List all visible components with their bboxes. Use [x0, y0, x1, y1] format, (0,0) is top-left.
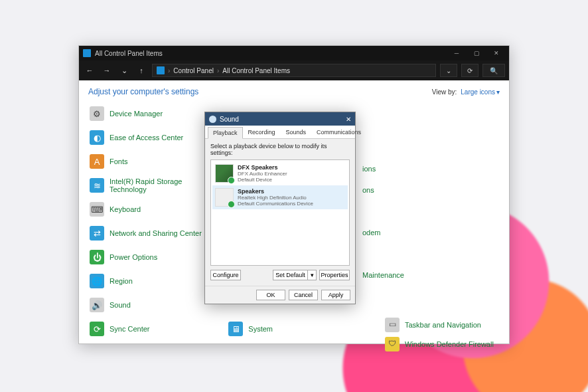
app-icon	[83, 49, 91, 57]
maximize-button[interactable]: ▢	[468, 48, 485, 58]
refresh-button[interactable]: ⟳	[461, 64, 478, 77]
cp-label: Region	[110, 277, 133, 285]
set-default-dropdown[interactable]: ▾	[307, 270, 317, 280]
apply-button[interactable]: Apply	[321, 290, 350, 300]
device-name: Speakers	[238, 188, 313, 195]
cp-item-col3	[366, 223, 500, 244]
tab-communications[interactable]: Communications	[311, 126, 366, 138]
cp-item-col3	[366, 199, 500, 220]
system-icon: 🖥	[228, 322, 243, 336]
forward-button[interactable]: →	[100, 64, 113, 77]
cp-item-fonts[interactable]: AFonts	[88, 151, 222, 172]
back-button[interactable]: ←	[83, 64, 96, 77]
cp-label: System	[248, 325, 273, 333]
cp-label: Fonts	[110, 157, 128, 165]
cp-item-user-accounts[interactable]: 👤User Accounts	[227, 342, 360, 343]
partial-item[interactable]: ions	[362, 165, 376, 173]
sound-dialog: Sound ✕ PlaybackRecordingSoundsCommunica…	[204, 112, 356, 304]
cp-item-intel-rst[interactable]: ≋Intel(R) Rapid Storage Technology	[88, 175, 222, 196]
cp-item-sound-item[interactable]: 🔊Sound	[88, 294, 222, 316]
close-button[interactable]: ✕	[488, 48, 505, 58]
cp-item-ease-of-access[interactable]: ◐Ease of Access Center	[88, 127, 222, 148]
titlebar: All Control Panel Items ─ ▢ ✕	[79, 46, 509, 60]
power-options-icon: ⏻	[90, 250, 104, 264]
check-icon	[228, 177, 235, 184]
dialog-titlebar: Sound ✕	[205, 112, 355, 126]
intel-rst-icon: ≋	[90, 178, 104, 193]
cp-label: Sync Center	[110, 325, 150, 333]
cp-item-col3	[366, 246, 500, 268]
cp-item-col3	[366, 151, 500, 172]
sync-center-icon: ⟳	[90, 322, 104, 336]
ok-button[interactable]: OK	[256, 290, 285, 300]
cp-item-power-options[interactable]: ⏻Power Options	[88, 246, 222, 268]
device-detail: Realtek High Definition Audio	[238, 195, 313, 201]
cp-item-col3	[366, 127, 500, 148]
dialog-tabs: PlaybackRecordingSoundsCommunications	[205, 126, 355, 139]
partial-item[interactable]: 🛡Windows Defender Firewall	[385, 337, 494, 351]
up-button[interactable]: ↑	[135, 64, 148, 77]
partial-item[interactable]: ▭Taskbar and Navigation	[385, 318, 481, 332]
partial-item[interactable]: ons	[362, 186, 374, 194]
sound-icon	[209, 116, 216, 123]
location-icon	[157, 66, 165, 74]
device-icon	[215, 188, 234, 207]
cp-item-system[interactable]: 🖥System	[227, 318, 360, 340]
breadcrumb-2[interactable]: All Control Panel Items	[222, 67, 290, 74]
keyboard-icon: ⌨	[90, 202, 104, 217]
cp-label: Ease of Access Center	[110, 134, 183, 142]
cancel-button[interactable]: Cancel	[289, 290, 318, 300]
configure-button[interactable]: Configure	[210, 270, 241, 280]
viewby-label: View by:	[432, 88, 457, 96]
cp-item-col3	[366, 175, 500, 196]
dialog-instruction: Select a playback device below to modify…	[210, 143, 350, 156]
breadcrumb-1[interactable]: Control Panel	[173, 67, 214, 74]
tab-sounds[interactable]: Sounds	[281, 126, 312, 138]
sound-item-icon: 🔊	[90, 298, 104, 312]
dialog-title: Sound	[220, 116, 239, 123]
address-bar[interactable]: › Control Panel › All Control Panel Item…	[152, 64, 436, 77]
device-manager-icon: ⚙	[90, 106, 104, 121]
cp-item-region[interactable]: 🌐Region	[88, 270, 222, 292]
cp-label: Device Manager	[110, 110, 163, 118]
cp-label: Power Options	[110, 253, 157, 261]
cp-label: Sound	[110, 301, 131, 309]
cp-item-troubleshooting[interactable]: 🛠Troubleshooting	[88, 342, 222, 343]
cp-item-sync-center[interactable]: ⟳Sync Center	[88, 318, 222, 340]
tab-playback[interactable]: Playback	[208, 127, 243, 139]
search-button[interactable]: 🔍	[482, 64, 505, 77]
cp-item-network-sharing[interactable]: ⇄Network and Sharing Center	[88, 223, 222, 244]
properties-button[interactable]: Properties	[319, 270, 350, 280]
device-list[interactable]: DFX Speakers DFX Audio Enhancer Default …	[210, 159, 350, 266]
partial-item[interactable]: odem	[362, 229, 381, 237]
minimize-button[interactable]: ─	[448, 48, 465, 58]
device-spk[interactable]: Speakers Realtek High Definition Audio D…	[212, 185, 348, 209]
partial-icon: 🛡	[385, 337, 400, 351]
device-dfx[interactable]: DFX Speakers DFX Audio Enhancer Default …	[212, 161, 348, 185]
network-sharing-icon: ⇄	[90, 226, 104, 241]
set-default-split[interactable]: Set Default ▾	[273, 270, 317, 280]
cp-item-col3	[366, 103, 500, 124]
address-dropdown[interactable]: ⌄	[440, 64, 457, 77]
device-detail: DFX Audio Enhancer	[238, 171, 287, 177]
fonts-icon: A	[90, 154, 104, 169]
content-header: Adjust your computer's settings	[88, 87, 198, 96]
dialog-close-button[interactable]: ✕	[346, 116, 351, 123]
cp-item-col3	[366, 294, 500, 316]
navbar: ← → ⌄ ↑ › Control Panel › All Control Pa…	[79, 60, 509, 80]
breadcrumb-sep: ›	[217, 67, 219, 74]
tab-recording[interactable]: Recording	[243, 126, 281, 138]
partial-icon: ▭	[385, 318, 400, 332]
partial-item[interactable]: Maintenance	[362, 271, 404, 279]
recent-dropdown[interactable]: ⌄	[117, 64, 131, 77]
set-default-button[interactable]: Set Default	[273, 270, 307, 280]
region-icon: 🌐	[90, 274, 104, 288]
device-status: Default Communications Device	[238, 201, 313, 207]
cp-item-keyboard[interactable]: ⌨Keyboard	[88, 199, 222, 220]
check-icon	[228, 201, 235, 208]
cp-item-device-manager[interactable]: ⚙Device Manager	[88, 103, 222, 124]
chevron-down-icon: ▾	[496, 88, 500, 96]
viewby-selector[interactable]: Large icons ▾	[461, 88, 500, 96]
device-name: DFX Speakers	[238, 164, 287, 171]
ease-of-access-icon: ◐	[90, 130, 104, 145]
